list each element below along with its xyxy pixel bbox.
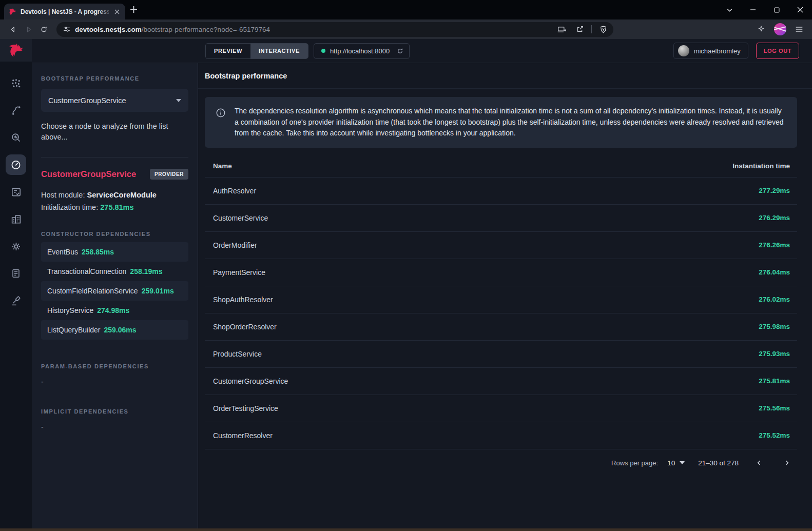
node-select[interactable]: CustomerGroupService xyxy=(41,89,188,112)
table-row[interactable]: OrderModifier 276.26ms xyxy=(205,231,797,259)
status-dot xyxy=(321,49,325,53)
dependency-item[interactable]: CustomFieldRelationService 259.01ms xyxy=(41,281,188,301)
window-minimize-button[interactable] xyxy=(741,0,765,19)
forward-button[interactable] xyxy=(21,22,36,37)
column-instantiation-time: Instantiation time xyxy=(732,162,790,170)
table-row[interactable]: ShopAuthResolver 276.02ms xyxy=(205,286,797,313)
app-body: BOOTSTRAP PERFORMANCE CustomerGroupServi… xyxy=(32,63,812,528)
table-row[interactable]: CustomerService 276.29ms xyxy=(205,204,797,231)
dependency-item[interactable]: ListQueryBuilder 259.06ms xyxy=(41,320,188,340)
reload-button[interactable] xyxy=(36,22,51,37)
tab-search-chevron-icon[interactable] xyxy=(718,0,741,19)
build-icon[interactable] xyxy=(6,290,26,311)
share-icon[interactable] xyxy=(573,23,587,36)
host-module-label: Host module: xyxy=(41,191,85,199)
modules-icon[interactable] xyxy=(6,209,26,229)
row-name: CustomerGroupService xyxy=(213,377,759,385)
dependency-time: 259.01ms xyxy=(142,287,174,295)
browser-tab[interactable]: Devtools | NestJS - A progressive xyxy=(4,4,125,19)
main-content: Bootstrap performance The dependencies r… xyxy=(198,63,812,528)
routes-icon[interactable] xyxy=(6,100,26,121)
target-url-box[interactable]: http://localhost:8000 xyxy=(314,43,410,59)
address-bar[interactable]: devtools.nestjs.com/bootstrap-performanc… xyxy=(56,22,613,37)
row-time: 276.04ms xyxy=(759,268,790,276)
send-to-device-icon[interactable] xyxy=(554,23,569,36)
dependency-name: EventBus xyxy=(47,248,78,256)
row-time: 275.56ms xyxy=(759,404,790,412)
nestjs-logo[interactable] xyxy=(0,39,32,62)
graph-icon[interactable] xyxy=(6,73,26,93)
row-time: 277.29ms xyxy=(759,187,790,194)
docs-icon[interactable] xyxy=(6,263,26,284)
dependency-item[interactable]: EventBus 258.85ms xyxy=(41,242,188,262)
back-button[interactable] xyxy=(5,22,21,37)
bootstrap-panel: BOOTSTRAP PERFORMANCE CustomerGroupServi… xyxy=(32,63,198,528)
page-title: Bootstrap performance xyxy=(205,72,287,80)
table-header: Name Instantiation time xyxy=(205,155,797,177)
init-time-value: 275.81ms xyxy=(100,203,133,211)
table-row[interactable]: CustomerResolver 275.52ms xyxy=(205,422,797,449)
rows-per-page-select[interactable]: 10 xyxy=(667,459,685,467)
user-chip[interactable]: michaelbromley xyxy=(673,43,748,59)
dependency-item[interactable]: HistoryService 274.98ms xyxy=(41,301,188,320)
table-row[interactable]: AuthResolver 277.29ms xyxy=(205,177,797,204)
table-rows: AuthResolver 277.29ms CustomerService 27… xyxy=(205,177,797,449)
site-settings-tune-icon[interactable] xyxy=(63,25,71,33)
window-maximize-button[interactable] xyxy=(765,0,788,19)
dependency-name: ListQueryBuilder xyxy=(47,326,101,334)
browser-profile-avatar[interactable] xyxy=(774,23,786,35)
row-name: PaymentService xyxy=(213,268,759,277)
window-close-button[interactable] xyxy=(788,0,812,19)
init-time-label: Initialization time: xyxy=(41,203,98,211)
dependency-time: 259.06ms xyxy=(104,326,137,334)
constructor-deps-heading: CONSTRUCTOR DEPENDENCIES xyxy=(41,231,188,237)
tab-close-icon[interactable] xyxy=(113,8,121,16)
row-name: OrderModifier xyxy=(213,241,759,249)
row-time: 276.02ms xyxy=(759,296,790,303)
table-row[interactable]: CustomerGroupService 275.81ms xyxy=(205,367,797,395)
nestjs-favicon-icon xyxy=(8,8,16,16)
chevron-down-icon xyxy=(176,99,181,102)
table-row[interactable]: OrderTestingService 275.56ms xyxy=(205,395,797,422)
row-time: 275.98ms xyxy=(759,323,790,330)
tab-preview[interactable]: PREVIEW xyxy=(206,44,250,58)
target-url: http://localhost:8000 xyxy=(330,47,390,55)
dependency-item[interactable]: TransactionalConnection 258.19ms xyxy=(41,262,188,281)
table-row[interactable]: ShopOrderResolver 275.98ms xyxy=(205,313,797,340)
implicit-deps-heading: IMPLICIT DEPENDENCIES xyxy=(41,408,188,415)
row-name: ShopOrderResolver xyxy=(213,323,759,331)
devtools-app: PREVIEW INTERACTIVE http://localhost:800… xyxy=(0,39,812,528)
logout-button[interactable]: LOG OUT xyxy=(756,43,799,59)
browser-tab-bar: Devtools | NestJS - A progressive xyxy=(0,0,812,19)
dependency-time: 258.19ms xyxy=(130,267,162,276)
audit-icon[interactable] xyxy=(6,182,26,202)
constructor-deps-list: EventBus 258.85ms TransactionalConnectio… xyxy=(41,242,188,340)
dependency-name: HistoryService xyxy=(47,306,93,314)
performance-icon[interactable] xyxy=(6,154,26,175)
dependency-time: 274.98ms xyxy=(97,306,129,314)
next-page-button[interactable] xyxy=(780,456,794,470)
node-select-value: CustomerGroupService xyxy=(48,96,176,105)
browser-menu-icon[interactable] xyxy=(791,22,807,37)
row-name: OrderTestingService xyxy=(213,404,759,412)
brave-shield-icon[interactable] xyxy=(596,23,610,36)
row-time: 275.52ms xyxy=(759,431,790,439)
row-time: 276.26ms xyxy=(759,241,790,249)
inspect-icon[interactable] xyxy=(6,127,26,148)
tab-title-fade xyxy=(99,7,112,17)
tab-interactive[interactable]: INTERACTIVE xyxy=(250,44,308,58)
icon-rail xyxy=(0,39,32,528)
app-right: PREVIEW INTERACTIVE http://localhost:800… xyxy=(32,39,812,528)
browser-toolbar: devtools.nestjs.com/bootstrap-performanc… xyxy=(0,19,812,39)
leo-sparkle-icon[interactable] xyxy=(753,22,769,37)
table-row[interactable]: ProductService 275.93ms xyxy=(205,340,797,367)
username: michaelbromley xyxy=(694,47,741,55)
new-tab-button[interactable] xyxy=(130,6,138,13)
settings-icon[interactable] xyxy=(6,236,26,257)
previous-page-button[interactable] xyxy=(752,456,766,470)
refresh-target-icon[interactable] xyxy=(396,47,404,55)
toolbar-separator xyxy=(591,25,592,33)
row-name: AuthResolver xyxy=(213,187,759,195)
dependency-name: TransactionalConnection xyxy=(47,267,126,276)
table-row[interactable]: PaymentService 276.04ms xyxy=(205,259,797,286)
